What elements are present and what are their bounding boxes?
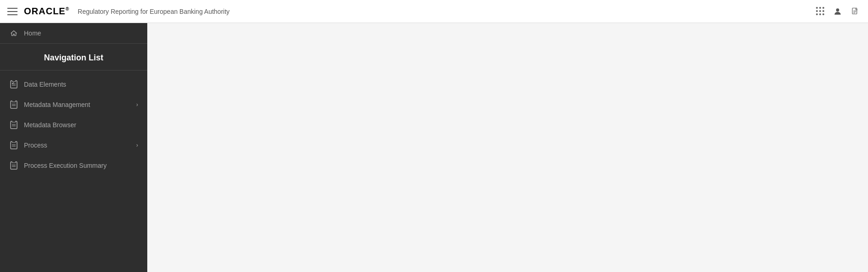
oracle-trademark: ® bbox=[65, 6, 69, 12]
metadata-management-chevron-icon: › bbox=[136, 101, 138, 108]
home-icon bbox=[9, 29, 18, 38]
sidebar-item-metadata-management[interactable]: Metadata Management › bbox=[0, 95, 147, 115]
sidebar-item-process-execution-summary[interactable]: Process Execution Summary bbox=[0, 155, 147, 176]
sidebar-item-metadata-browser[interactable]: Metadata Browser bbox=[0, 115, 147, 135]
header-left: ORACLE® Regulatory Reporting for Europea… bbox=[7, 6, 230, 17]
nav-list-title: Navigation List bbox=[0, 44, 147, 71]
home-label: Home bbox=[24, 30, 138, 37]
process-label: Process bbox=[24, 142, 131, 149]
nav-items-list: Data Elements Metadata Management › bbox=[0, 71, 147, 179]
process-chevron-icon: › bbox=[136, 142, 138, 148]
sidebar: Home Navigation List Data Elements bbox=[0, 23, 147, 272]
svg-rect-22 bbox=[12, 161, 16, 163]
metadata-management-label: Metadata Management bbox=[24, 101, 131, 108]
document-icon[interactable] bbox=[850, 6, 861, 17]
user-profile-icon[interactable] bbox=[832, 6, 843, 17]
process-icon bbox=[9, 141, 18, 150]
metadata-browser-icon bbox=[9, 120, 18, 130]
apps-grid-icon[interactable] bbox=[815, 6, 826, 17]
process-execution-summary-label: Process Execution Summary bbox=[24, 162, 138, 169]
data-elements-label: Data Elements bbox=[24, 81, 138, 88]
oracle-logo: ORACLE® bbox=[24, 6, 69, 17]
main-content-area bbox=[147, 23, 868, 272]
grid-dots bbox=[816, 7, 825, 16]
document-svg bbox=[851, 7, 859, 16]
svg-point-0 bbox=[836, 8, 839, 12]
sidebar-item-home[interactable]: Home bbox=[0, 23, 147, 44]
hamburger-menu-button[interactable] bbox=[7, 8, 17, 15]
app-title: Regulatory Reporting for European Bankin… bbox=[78, 8, 230, 15]
svg-rect-18 bbox=[12, 141, 16, 142]
main-layout: Home Navigation List Data Elements bbox=[0, 23, 868, 272]
metadata-browser-label: Metadata Browser bbox=[24, 121, 138, 129]
person-svg bbox=[833, 7, 842, 16]
data-elements-icon bbox=[9, 80, 18, 89]
process-execution-summary-icon bbox=[9, 161, 18, 170]
svg-rect-14 bbox=[12, 121, 16, 122]
header-actions bbox=[815, 6, 861, 17]
oracle-wordmark: ORACLE bbox=[24, 6, 65, 16]
top-header: ORACLE® Regulatory Reporting for Europea… bbox=[0, 0, 868, 23]
svg-rect-6 bbox=[12, 80, 16, 82]
sidebar-item-process[interactable]: Process › bbox=[0, 135, 147, 155]
sidebar-item-data-elements[interactable]: Data Elements bbox=[0, 74, 147, 95]
metadata-management-icon bbox=[9, 100, 18, 109]
svg-rect-10 bbox=[12, 101, 16, 102]
